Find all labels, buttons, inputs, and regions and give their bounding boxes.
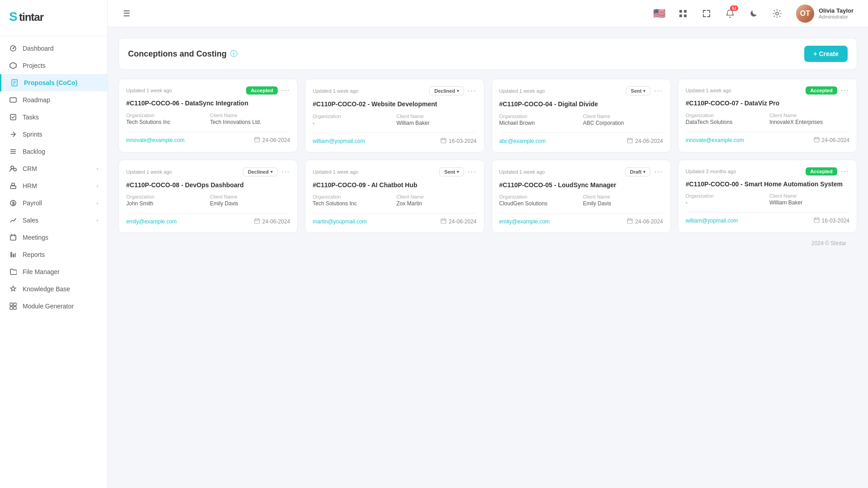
calendar-icon [441, 218, 446, 225]
status-badge[interactable]: Declined ▾ [243, 167, 278, 176]
status-badge[interactable]: Declined ▾ [429, 86, 464, 95]
theme-toggle-button[interactable] [745, 5, 762, 22]
card-header: Updated 1 week ago Sent ▾ ··· [499, 86, 663, 95]
status-badge[interactable]: Draft ▾ [625, 167, 651, 176]
page-header: Conceptions and Costing ⓘ + Create [119, 38, 857, 70]
more-options-button[interactable]: ··· [468, 87, 476, 95]
card-header: Updated 1 week ago Sent ▾ ··· [313, 167, 476, 176]
more-options-button[interactable]: ··· [841, 86, 849, 95]
more-options-button[interactable]: ··· [841, 167, 849, 175]
svg-rect-50 [255, 219, 260, 223]
more-options-button[interactable]: ··· [468, 168, 476, 176]
sidebar-item-label-module-generator: Module Generator [23, 303, 74, 310]
more-options-button[interactable]: ··· [654, 87, 663, 95]
sidebar-item-knowledge-base[interactable]: Knowledge Base [0, 280, 107, 298]
client-label: Client Name [396, 194, 476, 199]
settings-button[interactable] [769, 5, 785, 22]
sidebar-item-roadmap[interactable]: Roadmap [0, 91, 107, 109]
card-email[interactable]: emily@example.com [499, 218, 550, 225]
fullscreen-button[interactable] [698, 5, 715, 22]
card-email[interactable]: emily@example.com [126, 218, 177, 225]
proposal-card[interactable]: Updated 1 week ago Sent ▾ ··· #C110P-COC… [492, 79, 671, 152]
sidebar-item-label-dashboard: Dashboard [23, 45, 54, 52]
sidebar-item-hrm[interactable]: HRM› [0, 177, 107, 194]
payroll-icon [9, 199, 17, 207]
moon-icon [749, 9, 758, 18]
card-email[interactable]: martin@youpmail.com [313, 218, 367, 225]
create-button[interactable]: + Create [804, 46, 848, 62]
apps-button[interactable] [675, 5, 691, 22]
sidebar-item-label-payroll: Payroll [23, 199, 42, 207]
status-badge: Accepted [806, 167, 837, 175]
card-email[interactable]: innovate@example.com [126, 137, 185, 143]
sidebar-item-label-tasks: Tasks [23, 114, 39, 121]
calendar-icon [254, 218, 260, 225]
proposal-card[interactable]: Updated 1 week ago Accepted ··· #C110P-C… [119, 79, 298, 152]
updated-text: Updated 1 week ago [499, 169, 545, 175]
card-email[interactable]: innovate@example.com [686, 137, 744, 143]
sales-icon [9, 216, 17, 224]
org-label: Organization [499, 114, 579, 119]
date-value: 24-06-2024 [822, 137, 849, 143]
notifications-button[interactable]: 52 [722, 5, 738, 22]
sidebar-item-meetings[interactable]: Meetings [0, 229, 107, 246]
svg-rect-46 [814, 137, 819, 142]
sidebar-item-backlog[interactable]: Backlog [0, 143, 107, 160]
more-options-button[interactable]: ··· [654, 168, 663, 176]
roadmap-icon [9, 96, 17, 104]
svg-rect-29 [679, 10, 682, 13]
card-date: 16-03-2024 [441, 137, 476, 145]
info-icon[interactable]: ⓘ [230, 49, 237, 59]
proposal-card[interactable]: Updated 1 week ago Draft ▾ ··· #C110P-CO… [492, 160, 671, 233]
card-title: #C110P-COCO-04 - Digital Divide [499, 100, 663, 109]
card-email[interactable]: abc@example.com [499, 138, 546, 144]
proposal-card[interactable]: Updated 1 week ago Declined ▾ ··· #C110P… [305, 79, 484, 152]
main-content: ☰ 🇺🇸 [108, 0, 868, 488]
user-profile-button[interactable]: OT Olivia Taylor Administrator [792, 3, 857, 24]
sidebar-item-module-generator[interactable]: Module Generator [0, 298, 107, 315]
date-value: 16-03-2024 [822, 218, 849, 224]
status-badge: Accepted [806, 86, 837, 95]
avatar: OT [796, 5, 814, 23]
sidebar-item-file-manager[interactable]: File Manager [0, 263, 107, 280]
sidebar-item-proposals[interactable]: Proposals (CoCo) [0, 74, 107, 91]
logo[interactable]: S tintar [0, 0, 107, 36]
sidebar-item-label-sprints: Sprints [23, 131, 43, 138]
calendar-icon [627, 218, 633, 225]
sidebar-item-crm[interactable]: CRM› [0, 160, 107, 177]
sidebar-item-dashboard[interactable]: Dashboard [0, 40, 107, 57]
sidebar-item-sprints[interactable]: Sprints [0, 126, 107, 143]
client-value: Emily Davis [583, 200, 663, 207]
svg-marker-4 [10, 62, 16, 69]
svg-text:S: S [9, 9, 17, 24]
menu-toggle-button[interactable]: ☰ [119, 5, 135, 22]
apps-grid-icon [678, 9, 688, 18]
more-options-button[interactable]: ··· [281, 168, 290, 176]
client-label: Client Name [210, 194, 290, 199]
proposal-card[interactable]: Updated 1 week ago Declined ▾ ··· #C110P… [119, 160, 298, 233]
flag-button[interactable]: 🇺🇸 [651, 5, 668, 22]
status-badge[interactable]: Sent ▾ [626, 86, 651, 95]
sidebar-item-label-crm: CRM [23, 165, 37, 172]
card-email[interactable]: william@yopmail.com [686, 218, 738, 224]
card-email[interactable]: william@yopmail.com [313, 138, 365, 144]
proposal-card[interactable]: Updated 3 months ago Accepted ··· #C110P… [678, 160, 857, 233]
sidebar-item-payroll[interactable]: Payroll› [0, 194, 107, 212]
proposal-card[interactable]: Updated 1 week ago Accepted ··· #C110P-C… [678, 79, 857, 152]
sidebar-item-reports[interactable]: Reports [0, 246, 107, 263]
chevron-right-icon: › [96, 166, 98, 171]
sidebar-item-tasks[interactable]: Tasks [0, 109, 107, 126]
date-value: 24-06-2024 [635, 138, 663, 144]
client-label: Client Name [769, 193, 849, 199]
proposal-card[interactable]: Updated 1 week ago Sent ▾ ··· #C110P-COC… [305, 160, 484, 233]
sidebar-item-sales[interactable]: Sales› [0, 212, 107, 229]
status-badge[interactable]: Sent ▾ [439, 167, 464, 176]
date-value: 24-06-2024 [635, 218, 663, 225]
sidebar-item-projects[interactable]: Projects [0, 57, 107, 74]
updated-text: Updated 1 week ago [126, 169, 172, 175]
sidebar-item-label-reports: Reports [23, 251, 45, 258]
svg-rect-25 [10, 303, 13, 306]
module-generator-icon [9, 302, 17, 310]
svg-rect-19 [10, 235, 16, 240]
more-options-button[interactable]: ··· [281, 86, 290, 95]
